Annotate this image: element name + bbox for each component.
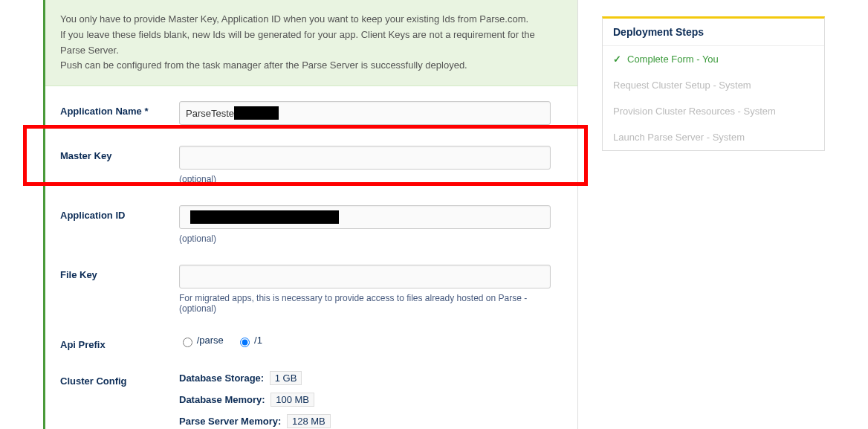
- radio-option-1[interactable]: /1: [236, 335, 262, 346]
- hint-file-key: For migrated apps, this is necessary to …: [179, 293, 563, 314]
- row-cluster-config: Cluster Config Database Storage: 1 GB Da…: [60, 371, 563, 429]
- notice-line: Push can be configured from the task man…: [60, 58, 563, 74]
- step-label: Complete Form - You: [627, 54, 719, 65]
- cfg-ps-memory: Parse Server Memory: 128 MB: [179, 414, 563, 428]
- input-file-key[interactable]: [179, 265, 551, 288]
- cfg-db-memory: Database Memory: 100 MB: [179, 393, 563, 407]
- row-api-prefix: Api Prefix /parse /1: [60, 335, 563, 350]
- check-icon: ✓: [613, 54, 621, 65]
- notice-line: If you leave these fields blank, new Ids…: [60, 28, 563, 59]
- api-prefix-options: /parse /1: [179, 335, 563, 350]
- cfg-db-storage: Database Storage: 1 GB: [179, 371, 563, 385]
- redacted-block: [190, 210, 339, 224]
- input-application-name-value: ParseTeste: [186, 108, 234, 119]
- row-application-id: Application ID (optional): [60, 205, 563, 244]
- main-form-panel: You only have to provide Master Key, App…: [43, 0, 578, 429]
- row-file-key: File Key For migrated apps, this is nece…: [60, 265, 563, 314]
- notice-line: You only have to provide Master Key, App…: [60, 12, 563, 28]
- cfg-ps-memory-value[interactable]: 128 MB: [287, 414, 331, 428]
- step-label: Provision Cluster Resources - System: [613, 106, 776, 117]
- radio-parse[interactable]: [183, 338, 192, 347]
- step-request-cluster: Request Cluster Setup - System: [603, 72, 824, 98]
- info-notice: You only have to provide Master Key, App…: [45, 0, 577, 86]
- redacted-block: [234, 106, 279, 120]
- radio-parse-label: /parse: [197, 335, 224, 346]
- hint-application-id: (optional): [179, 233, 563, 244]
- step-label: Request Cluster Setup - System: [613, 80, 751, 91]
- hint-master-key: (optional): [179, 174, 563, 184]
- cfg-ps-memory-label: Parse Server Memory:: [179, 416, 281, 427]
- label-file-key: File Key: [60, 265, 179, 314]
- deployment-steps-title: Deployment Steps: [603, 19, 824, 46]
- label-cluster-config: Cluster Config: [60, 371, 179, 429]
- input-master-key[interactable]: [179, 146, 551, 170]
- cfg-db-memory-label: Database Memory:: [179, 394, 265, 405]
- input-application-name[interactable]: ParseTeste: [179, 101, 551, 125]
- row-application-name: Application Name * ParseTeste: [60, 101, 563, 125]
- label-application-id: Application ID: [60, 205, 179, 244]
- radio-1-label: /1: [254, 335, 262, 346]
- radio-1[interactable]: [240, 338, 250, 347]
- label-application-name: Application Name *: [60, 101, 179, 125]
- cfg-db-storage-label: Database Storage:: [179, 372, 264, 384]
- step-launch-server: Launch Parse Server - System: [603, 124, 824, 150]
- cfg-db-storage-value[interactable]: 1 GB: [270, 371, 302, 385]
- label-api-prefix: Api Prefix: [60, 335, 179, 350]
- cfg-db-memory-value[interactable]: 100 MB: [271, 393, 314, 407]
- deployment-steps-panel: Deployment Steps ✓ Complete Form - You R…: [602, 16, 825, 429]
- input-application-id[interactable]: [179, 205, 551, 229]
- radio-option-parse[interactable]: /parse: [179, 335, 226, 346]
- step-provision-resources: Provision Cluster Resources - System: [603, 98, 824, 124]
- label-master-key: Master Key: [60, 146, 179, 184]
- step-complete-form: ✓ Complete Form - You: [603, 46, 824, 72]
- row-master-key: Master Key (optional): [60, 146, 563, 184]
- step-label: Launch Parse Server - System: [613, 132, 745, 143]
